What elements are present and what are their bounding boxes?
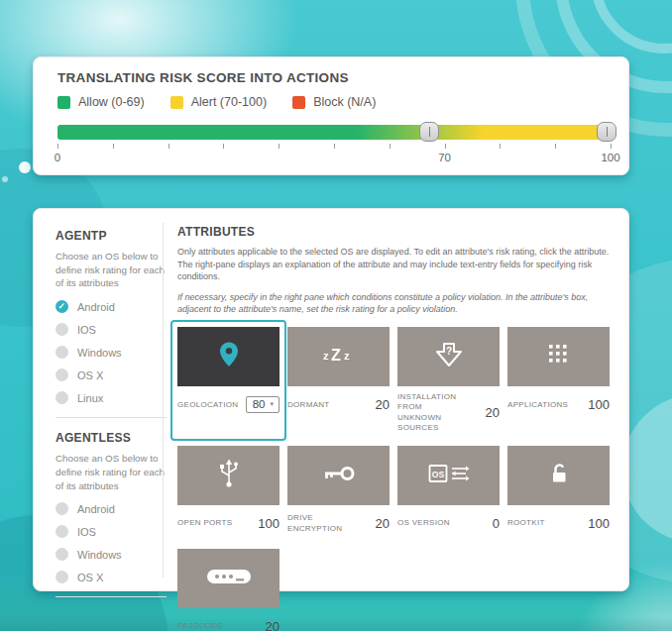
svg-text:z: z	[344, 350, 350, 362]
attribute-tile-label: OPEN PORTS	[177, 518, 232, 528]
attribute-tile-caption: DRIVE ENCRYPTION20	[287, 511, 390, 537]
slider-tick	[113, 144, 114, 149]
attributes-description: Only attributes applicable to the select…	[177, 246, 616, 283]
attributes-main: ATTRIBUTES Only attributes applicable to…	[177, 225, 616, 631]
attribute-tile-applications[interactable]: APPLICATIONS100	[507, 327, 610, 434]
os-option-agentless-android[interactable]: Android	[56, 502, 167, 515]
attribute-risk-value: 100	[258, 516, 280, 531]
attribute-tile-label: ROOTKIT	[507, 518, 545, 528]
sidebar-section-title: AGENTP	[56, 229, 167, 243]
attribute-tile-installation-from-unknown-sources[interactable]: ?INSTALLATION FROM UNKNOWN SOURCES20	[397, 327, 500, 434]
sidebar-section-divider	[56, 417, 167, 418]
os-option-label: OS X	[77, 369, 103, 381]
decor-dot	[19, 161, 31, 173]
legend-item-alert-70-100: Alert (70-100)	[170, 95, 267, 109]
attribute-tile-face[interactable]	[507, 327, 610, 386]
attribute-risk-value: 20	[266, 619, 280, 631]
attribute-risk-value: 20	[486, 405, 500, 420]
os-option-agentless-os-x[interactable]: OS X	[56, 571, 167, 583]
attribute-tile-face[interactable]: ?	[397, 327, 500, 386]
attribute-tile-label: DRIVE ENCRYPTION	[287, 513, 355, 534]
attribute-tile-face[interactable]	[287, 446, 390, 505]
radio-unchecked-icon[interactable]	[56, 346, 68, 359]
attribute-risk-value: 0	[493, 516, 500, 531]
attribute-tile-passcode[interactable]: PASSCODE20	[177, 549, 280, 631]
risk-legend: Allow (0-69)Alert (70-100)Block (N/A)	[57, 95, 376, 109]
attribute-tile-face[interactable]	[177, 549, 280, 608]
os-option-agentless-windows[interactable]: Windows	[56, 548, 167, 561]
attribute-tile-face[interactable]	[177, 446, 280, 505]
sidebar-section-divider	[56, 596, 167, 597]
legend-label: Block (N/A)	[313, 95, 376, 109]
radio-unchecked-icon[interactable]	[56, 391, 68, 404]
attribute-risk-value: 20	[376, 516, 390, 531]
attribute-tile-caption: DORMANT20	[287, 392, 390, 418]
slider-tick	[390, 144, 391, 149]
os-attributes-panel: AGENTPChoose an OS below to define risk …	[33, 208, 629, 591]
attribute-tile-label: INSTALLATION FROM UNKNOWN SOURCES	[397, 392, 465, 434]
attribute-tile-face[interactable]: zZz	[287, 327, 390, 386]
attribute-tile-drive-encryption[interactable]: DRIVE ENCRYPTION20	[287, 446, 390, 537]
attribute-tile-caption: OPEN PORTS100	[177, 511, 280, 537]
sleep-zzz-icon: zZz	[319, 344, 359, 369]
os-option-agentp-windows[interactable]: Windows	[56, 346, 167, 359]
unlocked-padlock-icon	[549, 462, 569, 489]
attribute-tile-face[interactable]: OS	[397, 446, 500, 505]
legend-label: Allow (0-69)	[78, 95, 145, 109]
svg-text:Z: Z	[331, 347, 341, 364]
risk-slider-track[interactable]	[57, 125, 611, 140]
radio-unchecked-icon[interactable]	[56, 323, 68, 336]
os-option-agentp-ios[interactable]: IOS	[56, 323, 167, 336]
attribute-tile-geolocation[interactable]: GEOLOCATION80▾	[170, 320, 286, 441]
usb-icon	[217, 459, 241, 492]
attribute-risk-value: 100	[588, 397, 610, 412]
radio-unchecked-icon[interactable]	[56, 368, 68, 381]
attribute-tile-dormant[interactable]: zZzDORMANT20	[287, 327, 390, 434]
slider-tick-label: 70	[438, 152, 451, 163]
legend-swatch-icon	[57, 96, 70, 109]
attributes-title: ATTRIBUTES	[177, 225, 616, 239]
slider-handle-70[interactable]	[419, 122, 439, 142]
attribute-tile-caption: GEOLOCATION80▾	[177, 392, 280, 418]
radio-unchecked-icon[interactable]	[56, 548, 68, 561]
os-option-label: Windows	[77, 549, 122, 561]
legend-swatch-icon	[292, 96, 305, 109]
key-icon	[322, 464, 356, 487]
slider-handle-100[interactable]	[597, 122, 616, 142]
risk-score-panel: TRANSLATING RISK SCORE INTO ACTIONS Allo…	[33, 56, 629, 175]
os-option-agentp-android[interactable]: Android	[56, 300, 167, 313]
os-version-icon: OS	[428, 463, 470, 488]
slider-tick	[555, 144, 556, 149]
sidebar-section-title: AGENTLESS	[56, 431, 167, 445]
os-option-label: IOS	[77, 324, 96, 336]
attribute-tile-open-ports[interactable]: OPEN PORTS100	[177, 446, 280, 537]
attribute-tile-face[interactable]	[507, 446, 610, 505]
legend-item-block-n-a: Block (N/A)	[292, 95, 376, 109]
radio-unchecked-icon[interactable]	[56, 502, 68, 515]
sidebar-section-description: Choose an OS below to define risk rating…	[56, 250, 167, 290]
os-sidebar: AGENTPChoose an OS below to define risk …	[56, 229, 167, 610]
attribute-tiles: GEOLOCATION80▾zZzDORMANT20?INSTALLATION …	[177, 327, 616, 631]
os-option-agentless-ios[interactable]: IOS	[56, 525, 167, 538]
os-option-label: Linux	[77, 392, 103, 404]
attribute-tile-rootkit[interactable]: ROOTKIT100	[507, 446, 610, 537]
radio-checked-icon[interactable]	[56, 300, 68, 313]
os-option-agentp-linux[interactable]: Linux	[56, 391, 167, 404]
radio-unchecked-icon[interactable]	[56, 571, 68, 583]
slider-tick	[57, 144, 58, 149]
attribute-tile-caption: INSTALLATION FROM UNKNOWN SOURCES20	[397, 392, 500, 434]
risk-rating-dropdown[interactable]: 80▾	[246, 396, 280, 413]
attribute-tile-caption: ROOTKIT100	[507, 511, 610, 537]
os-option-agentp-os-x[interactable]: OS X	[56, 368, 167, 381]
radio-unchecked-icon[interactable]	[56, 525, 68, 538]
attribute-tile-os-version[interactable]: OSOS VERSION0	[397, 446, 500, 537]
slider-ticks	[57, 144, 611, 150]
os-option-label: IOS	[77, 526, 96, 538]
attribute-tile-face[interactable]	[177, 327, 280, 386]
risk-panel-title: TRANSLATING RISK SCORE INTO ACTIONS	[57, 70, 349, 85]
attribute-tile-caption: APPLICATIONS100	[507, 392, 610, 418]
location-pin-icon	[217, 341, 241, 372]
os-option-label: OS X	[77, 572, 103, 583]
os-option-label: Windows	[77, 347, 122, 359]
attribute-tile-label: APPLICATIONS	[507, 400, 568, 410]
